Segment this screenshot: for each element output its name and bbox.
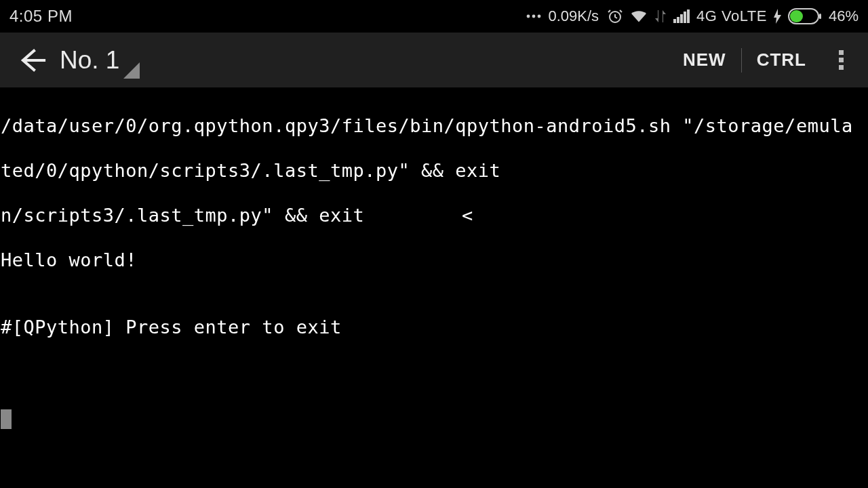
terminal-caret: <: [462, 204, 473, 226]
svg-point-0: [527, 15, 530, 18]
data-arrows-icon: [654, 9, 667, 24]
alarm-icon: [607, 8, 623, 24]
terminal-line: Hello world!: [1, 249, 868, 271]
terminal-line: n/scripts3/.last_tmp.py" && exit<: [1, 204, 868, 226]
overflow-menu-button[interactable]: [821, 43, 854, 77]
svg-rect-10: [790, 10, 803, 22]
svg-rect-7: [684, 12, 686, 23]
terminal-output[interactable]: /data/user/0/org.qpython.qpy3/files/bin/…: [0, 88, 868, 488]
data-speed: 0.09K/s: [548, 7, 599, 25]
overflow-dot-icon: [839, 65, 844, 70]
terminal-line: /data/user/0/org.qpython.qpy3/files/bin/…: [1, 115, 868, 137]
terminal-text: n/scripts3/.last_tmp.py" && exit: [1, 205, 364, 226]
svg-rect-8: [687, 9, 690, 23]
terminal-cursor-line: [1, 405, 868, 434]
overflow-dot-icon: [839, 50, 844, 55]
session-title: No. 1: [60, 46, 119, 75]
cursor-block-icon: [1, 409, 12, 429]
svg-point-1: [532, 15, 536, 18]
svg-rect-11: [819, 14, 821, 19]
terminal-line: #[QPython] Press enter to exit: [1, 316, 868, 338]
new-button[interactable]: NEW: [668, 43, 741, 77]
back-button[interactable]: [18, 45, 47, 75]
svg-rect-5: [677, 17, 679, 23]
status-right-cluster: 0.09K/s 4G VoLTE 46%: [526, 7, 859, 25]
android-status-bar: 4:05 PM 0.09K/s 4G VoLTE 46%: [0, 0, 868, 33]
battery-percent: 46%: [829, 7, 859, 25]
dropdown-triangle-icon: [123, 62, 140, 79]
battery-icon: [788, 8, 822, 24]
ctrl-button[interactable]: CTRL: [742, 43, 821, 77]
more-icon: [526, 14, 541, 19]
terminal-line: ted/0/qpython/scripts3/.last_tmp.py" && …: [1, 159, 868, 182]
wifi-icon: [630, 9, 648, 23]
terminal-line: [1, 361, 868, 383]
app-toolbar: No. 1 NEW CTRL: [0, 33, 868, 88]
status-time: 4:05 PM: [9, 7, 73, 26]
charging-icon: [774, 9, 781, 24]
svg-rect-6: [680, 14, 683, 23]
svg-rect-4: [673, 19, 676, 23]
session-dropdown[interactable]: No. 1: [60, 46, 140, 75]
network-label: 4G VoLTE: [696, 7, 767, 25]
overflow-dot-icon: [839, 58, 844, 62]
signal-icon: [673, 9, 690, 23]
svg-point-2: [538, 15, 541, 18]
